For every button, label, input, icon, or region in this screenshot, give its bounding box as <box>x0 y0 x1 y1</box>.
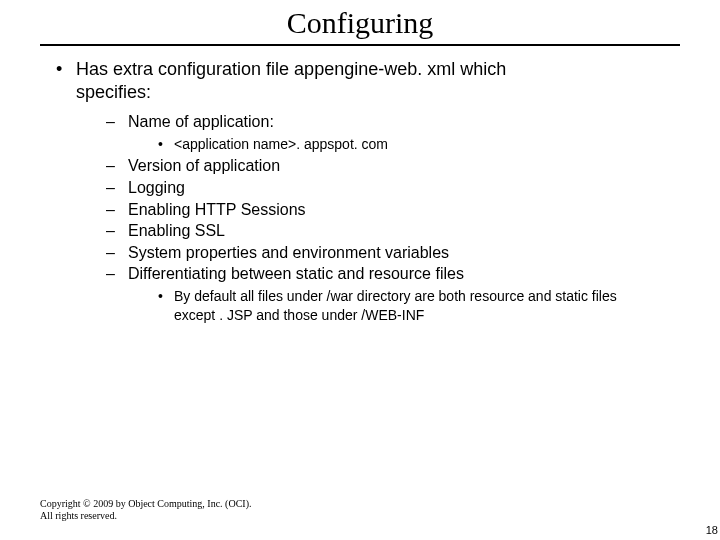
slide-title: Configuring <box>0 0 720 44</box>
bullet-list-lvl3-diff: By default all files under /war director… <box>158 287 720 325</box>
footer-line1: Copyright © 2009 by Object Computing, In… <box>40 498 251 509</box>
bullet-list-lvl2: Name of application: <application name>.… <box>106 111 720 325</box>
bullet-list-lvl1: Has extra configuration file appengine-w… <box>56 58 720 325</box>
sub-logging: Logging <box>106 177 720 199</box>
sub-diff-static: Differentiating between static and resou… <box>106 263 720 324</box>
bullet-list-lvl3-nameapp: <application name>. appspot. com <box>158 135 720 154</box>
sub-ssl: Enabling SSL <box>106 220 720 242</box>
main-bullet: Has extra configuration file appengine-w… <box>56 58 720 325</box>
sub-name-app: Name of application: <application name>.… <box>106 111 720 153</box>
main-bullet-text-line1: Has extra configuration file appengine-w… <box>76 59 506 79</box>
sub-name-app-sub: <application name>. appspot. com <box>158 135 720 154</box>
title-rule <box>40 44 680 46</box>
page-number: 18 <box>706 524 718 536</box>
sub-http-sessions: Enabling HTTP Sessions <box>106 199 720 221</box>
footer: Copyright © 2009 by Object Computing, In… <box>40 498 251 522</box>
footer-line2: All rights reserved. <box>40 510 117 521</box>
slide: Configuring Has extra configuration file… <box>0 0 720 540</box>
sub-name-app-text: Name of application: <box>128 113 274 130</box>
sub-sysprops: System properties and environment variab… <box>106 242 720 264</box>
sub-diff-static-sub-l2: except . JSP and those under /WEB-INF <box>174 307 424 323</box>
sub-diff-static-text: Differentiating between static and resou… <box>128 265 464 282</box>
sub-diff-static-sub-l1: By default all files under /war director… <box>174 288 617 304</box>
sub-version: Version of application <box>106 155 720 177</box>
sub-diff-static-sub: By default all files under /war director… <box>158 287 720 325</box>
main-bullet-text-line2: specifies: <box>76 82 151 102</box>
